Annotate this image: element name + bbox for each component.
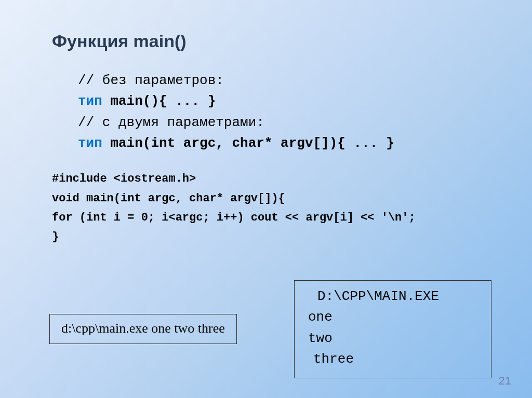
keyword-type: тип — [78, 93, 102, 109]
syntax-line-noparams: тип main(){ ... } — [78, 91, 480, 112]
command-text: d:\cpp\main.exe one two three — [61, 321, 225, 336]
output-line: three — [313, 349, 482, 369]
comment-line: // без параметров: — [78, 70, 480, 91]
output-line: one — [308, 307, 482, 327]
code-example-block: #include <iostream.h> void main(int argc… — [52, 169, 480, 247]
program-output-box: D:\CPP\MAIN.EXE one two three — [294, 280, 491, 378]
syntax-line-params: тип main(int argc, char* argv[]){ ... } — [78, 133, 480, 154]
code-line: for (int i = 0; i<argc; i++) cout << arg… — [52, 208, 480, 227]
page-number: 21 — [499, 374, 511, 388]
code-line: void main(int argc, char* argv[]){ — [52, 189, 480, 208]
comment-line: // с двумя параметрами: — [78, 112, 480, 133]
output-line: D:\CPP\MAIN.EXE — [317, 286, 482, 307]
code-syntax-block: // без параметров: тип main(){ ... } // … — [78, 70, 480, 154]
slide-content: Функция main() // без параметров: тип ma… — [0, 0, 532, 247]
slide-title: Функция main() — [52, 31, 480, 51]
keyword-type: тип — [78, 135, 102, 151]
code-text: main(int argc, char* argv[]){ ... } — [102, 135, 394, 151]
command-input-box: d:\cpp\main.exe one two three — [49, 314, 237, 344]
code-line: #include <iostream.h> — [52, 169, 480, 188]
output-line: two — [308, 328, 482, 349]
code-text: main(){ ... } — [102, 93, 216, 109]
code-line: } — [52, 227, 480, 246]
